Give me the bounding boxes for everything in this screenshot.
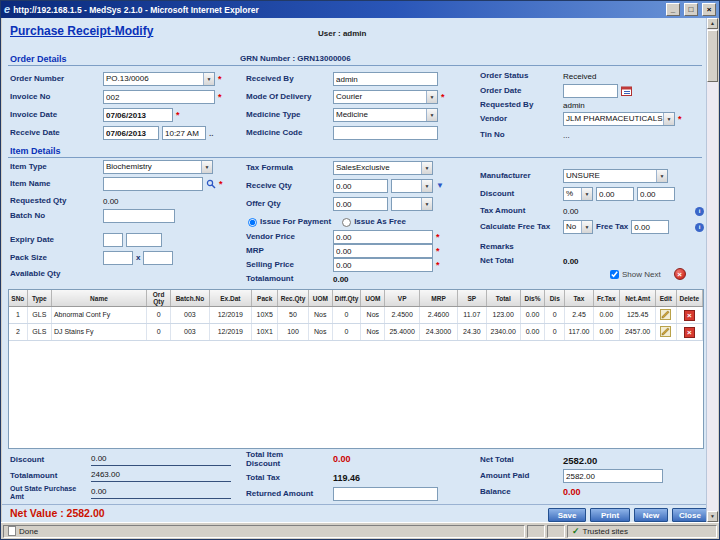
minimize-button[interactable]: _ <box>666 3 680 16</box>
maximize-button[interactable]: □ <box>684 3 698 16</box>
batch-no-input[interactable] <box>103 209 175 223</box>
tax-formula-select[interactable]: SalesExclusive ▼ <box>333 161 433 175</box>
invoice-no-label: Invoice No <box>10 92 100 101</box>
item-net-total-label: Net Total <box>480 256 560 265</box>
window-title: http://192.168.1.5 - MedSys 2.1.0 - Micr… <box>13 5 662 15</box>
discount-amount-input[interactable] <box>637 187 675 201</box>
vendor-select[interactable]: JLM PHARMACEUTICALS ▼ <box>563 112 675 126</box>
total-discount-field: Discount 0.00 <box>10 453 231 467</box>
offer-qty-input[interactable] <box>333 197 388 211</box>
selling-price-field: Selling Price * <box>246 258 440 272</box>
discount-unit-select[interactable]: % ▼ <box>563 187 593 201</box>
invoice-date-field: Invoice Date * <box>10 108 180 122</box>
mode-of-delivery-select[interactable]: Courier ▼ <box>333 90 438 104</box>
order-number-select[interactable]: PO.13/0006 ▼ <box>103 72 215 86</box>
info-icon[interactable]: i <box>695 223 704 232</box>
document-icon <box>8 526 16 536</box>
item-type-select[interactable]: Biochemistry ▼ <box>103 160 213 174</box>
table-cell: 1 <box>9 307 27 324</box>
delete-icon[interactable]: × <box>684 327 695 338</box>
close-window-button[interactable]: × <box>702 3 716 16</box>
show-next-checkbox[interactable] <box>610 270 619 279</box>
item-details-section: Item Details <box>8 144 702 158</box>
invoice-no-field: Invoice No * <box>10 90 222 104</box>
calendar-icon[interactable] <box>621 82 632 100</box>
info-icon[interactable]: i <box>695 207 704 216</box>
returned-amount-input[interactable] <box>333 487 438 501</box>
grand-totalamount-value[interactable]: 2463.00 <box>91 470 231 482</box>
receive-date-input[interactable] <box>103 126 159 140</box>
vendor-field: Vendor JLM PHARMACEUTICALS ▼ * <box>480 112 682 126</box>
receive-qty-uom-select[interactable]: ▼ <box>391 179 433 193</box>
chevron-down-icon: ▼ <box>203 73 214 85</box>
user-label: User : admin <box>318 29 366 38</box>
edit-icon[interactable] <box>660 326 671 337</box>
ie-logo-icon: e <box>4 4 10 15</box>
calc-free-tax-select[interactable]: No ▼ <box>563 220 593 234</box>
issue-for-payment-radio[interactable] <box>248 218 257 227</box>
pack-size-input-1[interactable] <box>103 251 133 265</box>
close-button[interactable]: Close <box>672 508 708 522</box>
required-marker: * <box>436 247 440 256</box>
mrp-input[interactable] <box>333 244 433 258</box>
pack-size-label: Pack Size <box>10 253 100 262</box>
issue-as-free-radio[interactable] <box>342 218 351 227</box>
selling-price-input[interactable] <box>333 258 433 272</box>
scroll-thumb[interactable] <box>707 30 718 82</box>
expiry-year-input[interactable] <box>126 233 162 247</box>
item-type-field: Item Type Biochemistry ▼ <box>10 160 213 174</box>
remove-item-icon[interactable]: × <box>674 268 686 280</box>
total-tax-label: Total Tax <box>246 473 330 482</box>
amount-paid-input[interactable] <box>563 469 663 483</box>
pack-size-input-2[interactable] <box>143 251 173 265</box>
received-by-input[interactable] <box>333 72 438 86</box>
table-cell: Nos <box>308 324 332 341</box>
browser-window: e http://192.168.1.5 - MedSys 2.1.0 - Mi… <box>0 0 720 540</box>
table-cell: 2340.00 <box>486 324 520 341</box>
discount-percent-input[interactable] <box>596 187 634 201</box>
mode-of-delivery-field: Mode Of Delivery Courier ▼ * <box>246 90 445 104</box>
table-cell: 125.45 <box>619 307 655 324</box>
grand-net-total-label: Net Total <box>480 455 560 464</box>
order-number-label: Order Number <box>10 74 100 83</box>
receive-qty-input[interactable] <box>333 179 388 193</box>
returned-amount-field: Returned Amount <box>246 487 438 501</box>
free-tax-input[interactable] <box>631 220 669 234</box>
tin-no-field: Tin No ... <box>480 128 570 142</box>
total-discount-value[interactable]: 0.00 <box>91 454 231 466</box>
item-name-input[interactable] <box>103 177 203 191</box>
table-header-cell: Fr.Tax <box>593 290 619 307</box>
status-panel-spacer <box>547 525 565 538</box>
save-button[interactable]: Save <box>548 508 586 522</box>
down-arrow-icon[interactable]: ▼ <box>436 182 444 190</box>
selling-price-label: Selling Price <box>246 260 330 269</box>
invoice-no-input[interactable] <box>103 90 215 104</box>
receive-time-input[interactable] <box>162 126 206 140</box>
received-by-label: Received By <box>246 74 330 83</box>
scroll-down-button[interactable]: ▼ <box>707 511 718 522</box>
items-table: SNoTypeNameOrd QtyBatch.NoEx.DatPackRec.… <box>9 290 703 341</box>
trusted-sites-check-icon: ✓ <box>572 526 580 536</box>
manufacturer-select[interactable]: UNSURE ▼ <box>563 169 668 183</box>
new-button[interactable]: New <box>634 508 668 522</box>
delete-icon[interactable]: × <box>684 310 695 321</box>
expiry-month-input[interactable] <box>103 233 123 247</box>
out-state-value[interactable]: 0.00 <box>91 487 231 499</box>
mode-of-delivery-value: Courier <box>334 91 426 103</box>
offer-qty-uom-select[interactable]: ▼ <box>391 197 433 211</box>
table-cell: × <box>676 307 703 324</box>
medicine-type-select[interactable]: Medicine ▼ <box>333 108 438 122</box>
order-date-input[interactable] <box>563 84 618 98</box>
table-cell: 2.4500 <box>385 307 419 324</box>
scroll-up-button[interactable]: ▲ <box>707 18 718 29</box>
vertical-scrollbar[interactable]: ▲ ▼ <box>706 18 718 522</box>
invoice-date-input[interactable] <box>103 108 173 122</box>
medicine-code-input[interactable] <box>333 126 438 140</box>
edit-icon[interactable] <box>660 309 671 320</box>
vendor-price-input[interactable] <box>333 230 433 244</box>
offer-qty-uom-value <box>392 198 421 210</box>
total-tax-value: 119.46 <box>333 473 360 483</box>
medicine-code-field: Medicine Code <box>246 126 438 140</box>
print-button[interactable]: Print <box>590 508 630 522</box>
search-icon[interactable] <box>206 175 216 193</box>
